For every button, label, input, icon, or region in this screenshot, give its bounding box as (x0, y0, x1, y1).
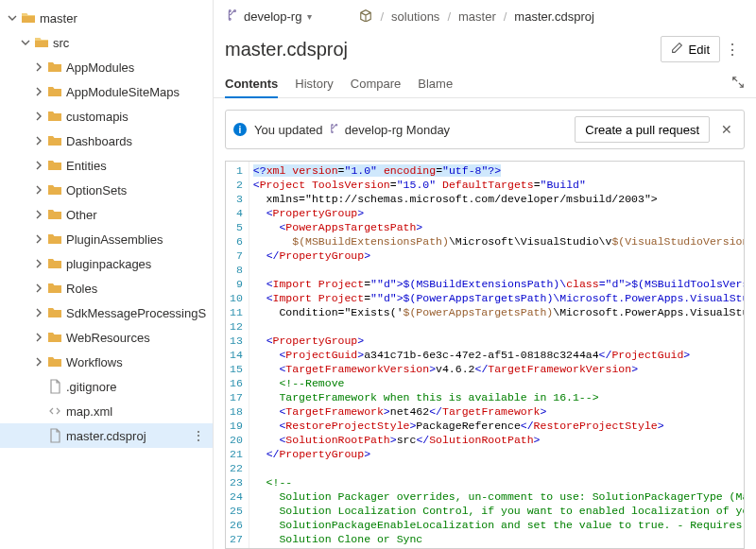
folder-icon (47, 232, 62, 247)
update-notice: i You updated develop-rg Monday Create a… (225, 110, 745, 149)
pencil-icon (671, 42, 683, 57)
chevron-right-icon (32, 85, 45, 98)
info-icon: i (233, 123, 247, 136)
page-title-row: master.cdsproj Edit ⋮ (214, 32, 756, 70)
folder-icon (47, 133, 62, 148)
create-pr-button[interactable]: Create a pull request (575, 116, 710, 143)
folder-icon (47, 60, 62, 75)
tree-label: Roles (66, 282, 97, 296)
tree-label: PluginAssemblies (66, 232, 163, 247)
breadcrumb-current: master.cdsproj (514, 9, 594, 24)
tree-folder[interactable]: WebResources (0, 325, 213, 350)
tree-label: customapis (66, 110, 129, 124)
tree-folder[interactable]: Workflows (0, 350, 213, 374)
tab-contents[interactable]: Contents (225, 71, 278, 98)
chevron-down-icon (6, 11, 19, 25)
chevron-down-icon (19, 36, 32, 49)
tree-folder[interactable]: Entities (0, 153, 213, 178)
chevron-right-icon (32, 110, 45, 123)
tree-folder-master[interactable]: master (0, 6, 213, 30)
branch-icon (225, 9, 238, 25)
tree-file[interactable]: master.cdsproj⋮ (0, 423, 213, 448)
tree-label: src (53, 36, 69, 50)
repo-root-icon[interactable] (359, 9, 372, 25)
line-gutter: 1234567891011121314151617181920212223242… (226, 162, 249, 548)
folder-icon (47, 182, 62, 197)
tree-label: WebResources (66, 331, 150, 345)
tree-folder[interactable]: pluginpackages (0, 251, 213, 276)
chevron-right-icon (32, 60, 45, 74)
branch-selector[interactable]: develop-rg ▾ (225, 9, 312, 25)
tree-label: map.xml (66, 404, 112, 419)
chevron-right-icon (32, 355, 45, 369)
tree-label: AppModuleSiteMaps (66, 85, 180, 99)
tree-label: Workflows (66, 355, 123, 369)
tree-label: master.cdsproj (66, 429, 146, 443)
tab-compare[interactable]: Compare (351, 70, 401, 97)
folder-icon (47, 281, 62, 296)
folder-icon (47, 207, 62, 222)
breadcrumb-part[interactable]: master (458, 9, 496, 24)
branch-name: develop-rg (244, 9, 301, 24)
tab-blame[interactable]: Blame (418, 70, 453, 97)
folder-icon (47, 158, 62, 173)
folder-icon (21, 10, 36, 26)
tabs: Contents History Compare Blame (214, 70, 756, 98)
file-tree: master src AppModulesAppModuleSiteMapscu… (0, 0, 214, 549)
code-content[interactable]: <?xml version="1.0" encoding="utf-8"?><P… (249, 162, 744, 548)
tree-label: AppModules (66, 60, 134, 75)
tree-folder[interactable]: Other (0, 202, 213, 227)
chevron-right-icon (32, 159, 45, 172)
topbar: develop-rg ▾ / solutions / master / mast… (214, 0, 756, 32)
chevron-right-icon (32, 257, 45, 270)
tree-folder[interactable]: Dashboards (0, 129, 213, 153)
folder-icon (47, 256, 62, 271)
tree-file[interactable]: map.xml⋮ (0, 399, 213, 423)
folder-icon (47, 305, 62, 320)
tree-label: pluginpackages (66, 257, 151, 271)
tab-history[interactable]: History (295, 70, 333, 97)
chevron-down-icon: ▾ (307, 11, 312, 22)
folder-icon (47, 84, 62, 99)
close-icon[interactable]: ✕ (717, 122, 736, 137)
folder-icon (47, 330, 62, 345)
tree-folder[interactable]: PluginAssemblies (0, 227, 213, 251)
edit-button[interactable]: Edit (661, 36, 720, 62)
tree-label: SdkMessageProcessingS (66, 306, 206, 320)
tree-label: OptionSets (66, 183, 127, 197)
file-icon (47, 428, 62, 443)
tree-folder[interactable]: AppModules (0, 55, 213, 79)
fullscreen-icon[interactable] (731, 76, 745, 92)
tree-label: Entities (66, 159, 107, 173)
tree-folder-src[interactable]: src (0, 30, 213, 55)
chevron-right-icon (32, 282, 45, 295)
tree-file[interactable]: .gitignore⋮ (0, 374, 213, 399)
tree-folder[interactable]: SdkMessageProcessingS (0, 300, 213, 325)
code-viewer: 1234567891011121314151617181920212223242… (225, 161, 745, 549)
folder-icon (47, 354, 62, 369)
tree-folder[interactable]: OptionSets (0, 178, 213, 202)
folder-icon (34, 35, 49, 50)
folder-icon (47, 109, 62, 124)
chevron-right-icon (32, 232, 45, 246)
chevron-right-icon (32, 134, 45, 147)
chevron-right-icon (32, 306, 45, 319)
tree-label: Other (66, 208, 97, 222)
tree-folder[interactable]: AppModuleSiteMaps (0, 79, 213, 104)
more-actions-button[interactable]: ⋮ (192, 428, 205, 443)
chevron-right-icon (32, 183, 45, 197)
tree-label: Dashboards (66, 134, 132, 148)
tree-label: .gitignore (66, 380, 116, 394)
chevron-right-icon (32, 331, 45, 344)
tree-folder[interactable]: Roles (0, 276, 213, 300)
main-panel: develop-rg ▾ / solutions / master / mast… (214, 0, 756, 549)
tree-folder[interactable]: customapis (0, 104, 213, 129)
more-actions-button[interactable]: ⋮ (720, 41, 745, 59)
breadcrumb-part[interactable]: solutions (391, 9, 439, 24)
chevron-right-icon (32, 208, 45, 221)
page-title: master.cdsproj (225, 39, 348, 60)
file-icon (47, 379, 62, 394)
tree-label: master (40, 11, 77, 26)
breadcrumb: / solutions / master / master.cdsproj (359, 9, 593, 25)
code-file-icon (47, 403, 62, 419)
